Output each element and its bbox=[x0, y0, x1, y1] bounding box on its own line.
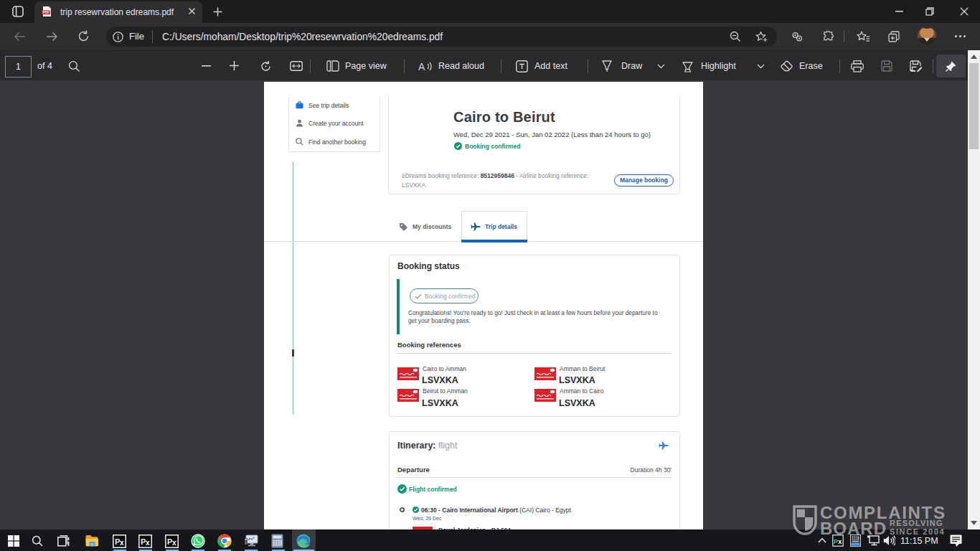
svg-text:A: A bbox=[418, 61, 425, 72]
svg-text:PDF: PDF bbox=[43, 11, 50, 14]
svg-text:x: x bbox=[120, 539, 124, 547]
svg-text:x: x bbox=[146, 539, 150, 547]
svg-text:x: x bbox=[172, 539, 176, 547]
